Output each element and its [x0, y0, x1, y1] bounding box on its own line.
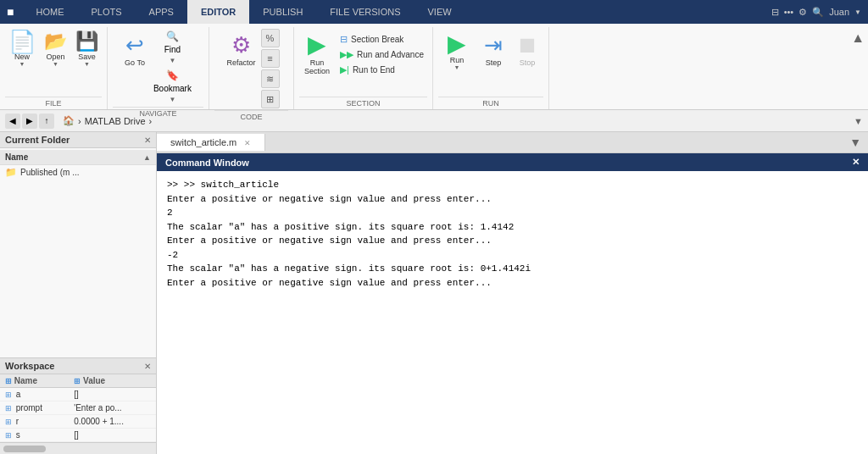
- table-row[interactable]: ⊞ s []: [0, 429, 156, 442]
- top-bar-right: ⊟ ••• ⚙ 🔍 Juan ▼: [771, 7, 861, 18]
- tab-file-versions[interactable]: FILE VERSIONS: [316, 0, 414, 24]
- forward-button[interactable]: ▶: [22, 114, 37, 129]
- tab-apps[interactable]: APPS: [136, 0, 187, 24]
- file-group-items: 📄 New ▼ 📂 Open ▼ 💾 Save ▼: [5, 29, 102, 95]
- goto-button[interactable]: ↩ Go To: [121, 29, 148, 70]
- cmd-output-5: Enter a positive or negative sign value …: [167, 276, 858, 291]
- workspace-title: Workspace: [5, 361, 55, 371]
- refactor-button[interactable]: ⚙ Refactor: [223, 29, 259, 70]
- editor-tab-dropdown[interactable]: ▼: [843, 132, 868, 152]
- var-value-r: 0.0000 + 1....: [69, 415, 156, 429]
- table-row[interactable]: ⊞ a []: [0, 388, 156, 401]
- tab-close-button[interactable]: ✕: [244, 139, 251, 147]
- save-label: Save: [78, 53, 96, 61]
- ribbon-group-section: ▶ RunSection ⊟ Section Break ▶▶ Run and …: [294, 27, 433, 109]
- step-button[interactable]: ⇥ Step: [479, 29, 508, 70]
- tab-publish[interactable]: PUBLISH: [249, 0, 316, 24]
- tab-switch-article[interactable]: switch_article.m ✕: [157, 134, 265, 151]
- user-dropdown-icon[interactable]: ▼: [854, 8, 861, 16]
- workspace-options-icon[interactable]: ✕: [144, 362, 151, 371]
- code-btn-2[interactable]: ≡: [261, 49, 280, 68]
- panel-collapse-button[interactable]: ✕: [144, 136, 151, 145]
- matlab-drive-link[interactable]: MATLAB Drive: [85, 116, 146, 126]
- ribbon-group-navigate: ↩ Go To 🔍 Find ▼ 🔖 Bookmark ▼ NAVIGATE: [108, 27, 209, 109]
- var-value-a: []: [69, 388, 156, 401]
- open-button[interactable]: 📂 Open ▼: [41, 29, 70, 69]
- run-to-end-item[interactable]: ▶| Run to End: [337, 63, 427, 77]
- code-btn-4[interactable]: ⊞: [261, 90, 280, 108]
- command-window-title: Command Window: [165, 158, 249, 168]
- bookmark-icon: 🔖: [166, 69, 179, 81]
- tab-view[interactable]: VIEW: [414, 0, 465, 24]
- save-button[interactable]: 💾 Save ▼: [72, 29, 102, 69]
- bookmark-label: Bookmark: [153, 84, 192, 93]
- find-button[interactable]: 🔍 Find ▼: [150, 29, 195, 66]
- file-group-label: FILE: [5, 97, 102, 108]
- table-row[interactable]: ⊞ r 0.0000 + 1....: [0, 415, 156, 429]
- tab-plots[interactable]: PLOTS: [77, 0, 135, 24]
- section-break-icon: ⊟: [340, 34, 348, 45]
- command-window-close-icon[interactable]: ✕: [852, 157, 860, 168]
- run-advance-label: Run and Advance: [357, 50, 424, 59]
- table-row[interactable]: ⊞ prompt 'Enter a po...: [0, 401, 156, 415]
- folder-label: Published (m ...: [20, 168, 79, 177]
- cmd-input-1: 2: [167, 206, 858, 220]
- workspace-header: Workspace ✕: [0, 358, 156, 374]
- find-icon: 🔍: [166, 30, 179, 42]
- run-group-items: ▶ Run ▼ ⇥ Step ⏹ Stop: [438, 29, 543, 95]
- run-icon: ▶: [448, 32, 466, 56]
- current-folder-header: Current Folder ✕: [0, 132, 156, 148]
- code-btn-3[interactable]: ≋: [261, 69, 280, 88]
- workspace-table: ⊞ Name ⊞ Value ⊞ a: [0, 374, 156, 442]
- navigate-group-items: ↩ Go To 🔍 Find ▼ 🔖 Bookmark ▼: [121, 29, 195, 105]
- tree-header: Name ▲: [0, 150, 156, 165]
- run-label: Run: [450, 56, 465, 64]
- var-icon-s: ⊞: [5, 431, 12, 440]
- cmd-output-4: The scalar "a" has a negative sign. its …: [167, 262, 858, 276]
- tab-label: switch_article.m: [170, 137, 236, 147]
- code-group-items: ⚙ Refactor % ≡ ≋ ⊞: [223, 29, 279, 108]
- search-icon[interactable]: 🔍: [812, 7, 824, 18]
- section-break-item[interactable]: ⊟ Section Break: [337, 32, 427, 47]
- run-button[interactable]: ▶ Run ▼: [438, 29, 476, 74]
- command-window-body[interactable]: >> >> switch_article Enter a positive or…: [157, 171, 868, 454]
- command-window-header: Command Window ✕: [157, 153, 868, 171]
- up-button[interactable]: ↑: [39, 114, 54, 129]
- toolbar-dots-icon[interactable]: •••: [784, 7, 794, 17]
- run-advance-item[interactable]: ▶▶ Run and Advance: [337, 47, 427, 62]
- main-area: Current Folder ✕ Name ▲ 📁 Published (m .…: [0, 132, 868, 454]
- toolbar-options-icon[interactable]: ⊟: [771, 7, 779, 18]
- section-vertical-items: ⊟ Section Break ▶▶ Run and Advance ▶| Ru…: [337, 32, 427, 77]
- breadcrumb-dropdown[interactable]: ▼: [854, 116, 863, 126]
- sort-icon[interactable]: ▲: [143, 153, 151, 162]
- left-panel-scrollbar[interactable]: [0, 442, 156, 454]
- var-name-r: ⊞ r: [0, 415, 69, 429]
- run-section-icon: ▶: [308, 30, 326, 58]
- new-button[interactable]: 📄 New ▼: [5, 29, 39, 69]
- code-btn-1[interactable]: %: [261, 29, 280, 47]
- back-button[interactable]: ◀: [5, 114, 20, 129]
- prompt-symbol: >>: [167, 180, 184, 190]
- save-icon: 💾: [75, 30, 98, 53]
- ribbon-collapse-button[interactable]: ▲: [848, 30, 868, 46]
- run-advance-icon: ▶▶: [340, 49, 353, 60]
- value-col-icon: ⊞: [74, 377, 81, 385]
- settings-icon[interactable]: ⚙: [798, 7, 807, 18]
- run-section-button[interactable]: ▶ RunSection: [299, 29, 335, 77]
- cmd-command: >> switch_article: [184, 180, 279, 190]
- var-name-s: ⊞ s: [0, 429, 69, 442]
- stop-button[interactable]: ⏹ Stop: [511, 29, 543, 70]
- cmd-input-2: -2: [167, 248, 858, 263]
- scrollbar-thumb[interactable]: [3, 446, 46, 452]
- ribbon-group-run: ▶ Run ▼ ⇥ Step ⏹ Stop RUN: [433, 27, 549, 109]
- new-icon: 📄: [8, 30, 36, 53]
- bookmark-button[interactable]: 🔖 Bookmark ▼: [150, 68, 195, 105]
- list-item[interactable]: 📁 Published (m ...: [0, 165, 156, 180]
- new-label: New: [14, 53, 30, 61]
- workspace-col-name: ⊞ Name: [0, 374, 69, 388]
- refactor-label: Refactor: [226, 58, 255, 67]
- user-label: Juan: [829, 7, 849, 17]
- section-group-label: SECTION: [299, 97, 427, 108]
- tab-home[interactable]: HOME: [22, 0, 77, 24]
- tab-editor[interactable]: EDITOR: [187, 0, 249, 24]
